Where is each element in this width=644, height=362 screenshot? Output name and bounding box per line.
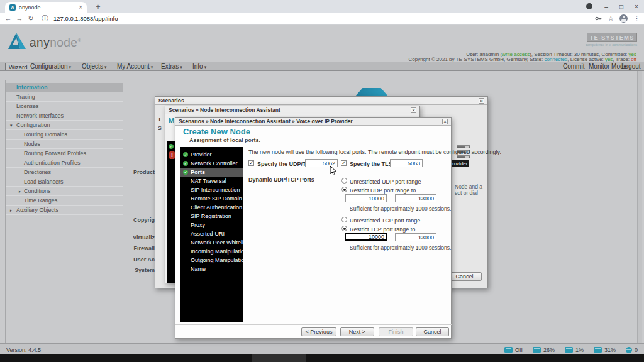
profile-avatar-icon[interactable] — [619, 14, 628, 23]
step-network-controller[interactable]: ✓Network Controller — [180, 159, 243, 168]
sidebar-item-tracing[interactable]: Tracing — [6, 92, 123, 102]
step-client-authentication[interactable]: Client Authentication — [180, 203, 243, 212]
step-network-peer-whitelist[interactable]: Network Peer Whitelist — [180, 238, 243, 247]
scenarios-dialog-titlebar[interactable]: Scenarios × — [155, 97, 487, 105]
menu-wizard-button[interactable]: Wizard — [5, 63, 31, 70]
te-systems-tagline: competence in e-communications — [568, 43, 637, 47]
occluded-text-fragment: S — [158, 125, 162, 131]
window-minimize-button[interactable]: – — [599, 3, 614, 10]
menu-info[interactable]: Info▾ — [192, 62, 206, 70]
sidebar-item-network-interfaces[interactable]: Network Interfaces — [6, 111, 123, 121]
next-button[interactable]: Next > — [340, 327, 374, 336]
unrestricted-tcp-label: Unrestricted TCP port range — [350, 217, 420, 224]
anynode-favicon-icon: A — [9, 4, 16, 11]
previous-button[interactable]: < Previous — [301, 327, 336, 336]
occluded-text-fragment: T — [158, 116, 162, 123]
browser-tab-bar: A anynode × + – □ × — [0, 0, 644, 13]
password-key-icon[interactable] — [595, 15, 602, 22]
specify-tls-port-checkbox[interactable] — [341, 160, 347, 166]
content-splitter[interactable] — [637, 71, 642, 343]
reload-icon[interactable]: ↻ — [25, 14, 36, 23]
menu-my-account[interactable]: My Account▾ — [117, 62, 153, 70]
step-outgoing-manipulations[interactable]: Outgoing Manipulations — [180, 256, 243, 265]
tab-close-icon[interactable]: × — [79, 4, 82, 11]
window-maximize-button[interactable]: □ — [614, 3, 629, 10]
finish-button[interactable]: Finish — [379, 327, 413, 336]
step-sip-registration[interactable]: SIP Registration — [180, 212, 243, 221]
chevron-down-icon: ▾ — [180, 65, 182, 69]
sidebar-item-load-balancers[interactable]: Load Balancers — [6, 177, 123, 187]
close-icon[interactable]: × — [411, 107, 416, 113]
wizard-heading: Create New Node — [183, 127, 250, 136]
wizard-dialog-titlebar[interactable]: Scenarios » Node Interconnection Assista… — [175, 118, 451, 126]
restrict-tcp-radio[interactable] — [341, 226, 347, 231]
udp-range-to-input[interactable] — [395, 194, 436, 202]
sidebar-item-time-ranges[interactable]: Time Ranges — [6, 196, 123, 206]
close-icon[interactable]: × — [442, 119, 448, 124]
scenarios-cancel-button[interactable]: Cancel — [447, 272, 482, 281]
window-close-button[interactable]: × — [629, 3, 644, 10]
site-info-icon[interactable]: ⓘ — [42, 14, 48, 23]
occluded-heading-fragment: M — [169, 117, 174, 124]
sidebar-item-directories[interactable]: Directories — [6, 168, 123, 177]
sidebar-item-information[interactable]: Information — [6, 83, 123, 92]
step-provider[interactable]: ✓Provider — [180, 150, 243, 159]
cancel-button[interactable]: Cancel — [416, 327, 449, 336]
browser-menu-icon[interactable]: ⋮ — [633, 14, 640, 23]
restrict-udp-label: Restrict UDP port range to — [350, 187, 416, 194]
sidebar-item-authentication-profiles[interactable]: Authentication Profiles — [6, 158, 123, 168]
new-tab-button[interactable]: + — [93, 3, 103, 13]
udp-range-from-input[interactable] — [345, 194, 387, 202]
step-name[interactable]: Name — [180, 265, 243, 273]
range-separator: - — [390, 234, 392, 241]
back-icon[interactable]: ← — [3, 14, 14, 22]
disk-indicator: 1% — [565, 347, 584, 353]
step-done-check-icon: ✓ — [183, 152, 188, 157]
url-field[interactable]: 127.0.0.1:8088/app#info — [53, 15, 595, 22]
step-asserted-uri[interactable]: Asserted-URI — [180, 229, 243, 238]
sidebar-item-routing-domains[interactable]: Routing Domains — [6, 130, 123, 140]
browser-profile-icon[interactable] — [586, 3, 592, 9]
voip-provider-wizard-dialog: Scenarios » Node Interconnection Assista… — [175, 117, 452, 339]
sidebar-item-auxiliary-objects[interactable]: ▸Auxiliary Objects — [6, 206, 123, 215]
unrestricted-tcp-radio[interactable] — [341, 217, 347, 222]
background-label-product: Product — [130, 169, 155, 175]
step-ports[interactable]: ✓Ports — [180, 168, 243, 177]
memory-icon — [594, 347, 602, 353]
bookmark-star-icon[interactable]: ☆ — [608, 14, 614, 23]
sidebar-item-nodes[interactable]: Nodes — [6, 140, 123, 149]
sidebar-item-routing-forward-profiles[interactable]: Routing Forward Profiles — [6, 149, 123, 158]
menu-objects[interactable]: Objects▾ — [82, 62, 106, 70]
restrict-udp-radio[interactable] — [341, 187, 347, 192]
menu-configuration[interactable]: Configuration▾ — [30, 62, 71, 70]
step-incoming-manipulations[interactable]: Incoming Manipulations — [180, 247, 243, 256]
menu-extras[interactable]: Extras▾ — [161, 62, 182, 70]
forward-icon[interactable]: → — [14, 14, 25, 22]
sidebar-item-licenses[interactable]: Licenses — [6, 102, 123, 111]
trace-indicator: Off — [504, 347, 523, 353]
taskbar-active-segment[interactable] — [252, 354, 306, 362]
tcp-range-to-input[interactable] — [395, 233, 436, 241]
tcp-range-from-input[interactable] — [345, 233, 387, 241]
chevron-down-icon: ▾ — [204, 65, 207, 69]
os-taskbar[interactable] — [0, 354, 644, 362]
unrestricted-udp-radio[interactable] — [341, 178, 347, 184]
sidebar-item-configuration[interactable]: ▾Configuration — [6, 121, 123, 130]
step-sip-interconnection[interactable]: SIP Interconnection — [180, 185, 243, 194]
window-controls: – □ × — [586, 0, 644, 13]
step-proxy[interactable]: Proxy — [180, 221, 243, 229]
step-nat-traversal[interactable]: NAT Traversal — [180, 177, 243, 185]
cpu-indicator: 26% — [533, 347, 555, 353]
status-indicators: Off 26% 1% 31% 0 — [504, 344, 638, 354]
specify-udp-tcp-port-checkbox[interactable] — [248, 160, 254, 166]
sidebar-item-conditions[interactable]: ▸Conditions — [6, 187, 123, 196]
background-label-system: System — [130, 267, 155, 273]
assistant-dialog-titlebar[interactable]: Scenarios » Node Interconnection Assista… — [165, 106, 419, 114]
disk-icon — [565, 347, 573, 353]
tls-port-input[interactable] — [390, 159, 423, 167]
close-icon[interactable]: × — [479, 98, 484, 104]
browser-tab[interactable]: A anynode × — [5, 2, 87, 13]
menu-logout[interactable]: Logout — [621, 62, 641, 70]
menu-commit[interactable]: Commit — [563, 62, 584, 70]
step-remote-sip-domain[interactable]: Remote SIP Domain — [180, 194, 243, 203]
